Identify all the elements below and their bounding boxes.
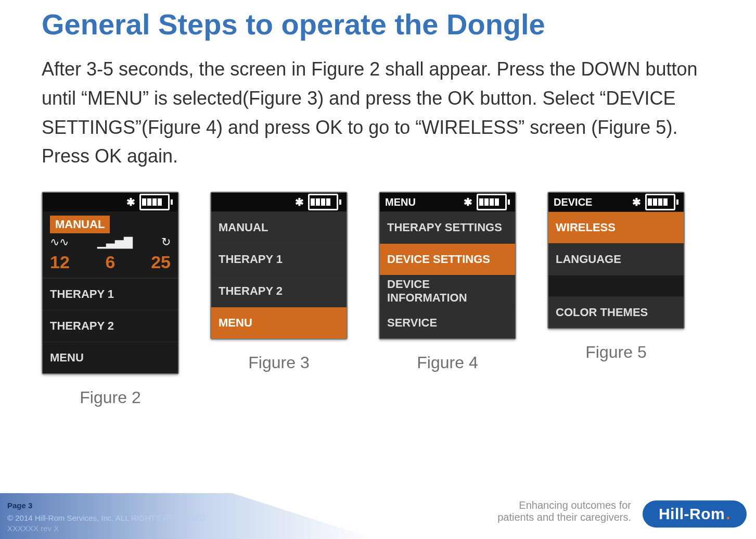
- tagline-line2: patients and their caregivers.: [497, 511, 631, 523]
- figure-caption: Figure 3: [248, 353, 309, 372]
- copyright-text: © 2014 Hill-Rom Services, Inc. ALL RIGHT…: [7, 513, 206, 522]
- page-number: Page 3: [7, 501, 32, 510]
- timer-icon: ↻: [161, 235, 171, 249]
- device-screen-3: ✱ MANUAL THERAPY 1 THERAPY 2 MENU: [210, 192, 348, 340]
- list-item-selected: MENU: [211, 307, 347, 339]
- figure-2: ✱ MANUAL ∿∿ ▁▃▅▇ ↻ 12 6 25 THERAPY 1 THE…: [42, 192, 179, 407]
- waveform-icon: ∿∿: [50, 235, 69, 249]
- body-paragraph: After 3-5 seconds, the screen in Figure …: [42, 55, 714, 171]
- logo-text: Hill-Rom: [659, 505, 725, 523]
- bluetooth-icon: ✱: [295, 196, 304, 208]
- list-spacer: [548, 275, 684, 296]
- list-item: THERAPY 2: [211, 275, 347, 307]
- list-item: SERVICE: [380, 307, 515, 339]
- manual-panel: MANUAL ∿∿ ▁▃▅▇ ↻ 12 6 25: [43, 211, 178, 278]
- figure-4: MENU ✱ THERAPY SETTINGS DEVICE SETTINGS …: [379, 192, 516, 372]
- status-bar: DEVICE ✱: [548, 193, 684, 211]
- figures-row: ✱ MANUAL ∿∿ ▁▃▅▇ ↻ 12 6 25 THERAPY 1 THE…: [42, 192, 756, 407]
- list-item: DEVICE INFORMATION: [380, 275, 515, 307]
- manual-label: MANUAL: [50, 216, 110, 233]
- page-footer: Page 3 © 2014 Hill-Rom Services, Inc. AL…: [0, 487, 756, 539]
- figure-caption: Figure 2: [80, 388, 140, 407]
- figure-3: ✱ MANUAL THERAPY 1 THERAPY 2 MENU Figure…: [210, 192, 348, 372]
- signal-icon: ▁▃▅▇: [97, 235, 133, 249]
- device-screen-5: DEVICE ✱ WIRELESS LANGUAGE COLOR THEMES: [547, 192, 685, 329]
- list-item: THERAPY 1: [211, 243, 347, 275]
- hill-rom-logo: Hill-Rom.: [643, 500, 747, 528]
- list-item-selected: DEVICE SETTINGS: [380, 243, 515, 275]
- list-item: THERAPY SETTINGS: [380, 211, 515, 243]
- figure-caption: Figure 4: [417, 353, 478, 372]
- bluetooth-icon: ✱: [632, 196, 641, 208]
- list-item: THERAPY 2: [43, 310, 178, 342]
- list-item: COLOR THEMES: [548, 296, 684, 328]
- battery-icon: [139, 194, 173, 210]
- status-bar: MENU ✱: [380, 193, 515, 211]
- battery-icon: [477, 194, 510, 210]
- bluetooth-icon: ✱: [464, 196, 472, 208]
- battery-icon: [645, 194, 678, 210]
- status-title: DEVICE: [554, 196, 592, 208]
- tagline: Enhancing outcomes for patients and thei…: [497, 499, 631, 523]
- status-bar: ✱: [43, 193, 178, 211]
- status-bar: ✱: [211, 193, 347, 211]
- list-item: LANGUAGE: [548, 243, 684, 275]
- figure-caption: Figure 5: [585, 343, 646, 362]
- value-c: 25: [151, 252, 171, 272]
- list-item: MANUAL: [211, 211, 347, 243]
- tagline-line1: Enhancing outcomes for: [497, 499, 631, 511]
- bluetooth-icon: ✱: [126, 196, 135, 208]
- list-item: MENU: [43, 342, 178, 373]
- logo-dot-icon: .: [726, 505, 731, 523]
- device-screen-2: ✱ MANUAL ∿∿ ▁▃▅▇ ↻ 12 6 25 THERAPY 1 THE…: [42, 192, 179, 374]
- page-title: General Steps to operate the Dongle: [42, 7, 756, 41]
- device-screen-4: MENU ✱ THERAPY SETTINGS DEVICE SETTINGS …: [379, 192, 516, 340]
- list-item: THERAPY 1: [43, 278, 178, 310]
- battery-icon: [308, 194, 341, 210]
- value-b: 6: [106, 252, 116, 272]
- figure-5: DEVICE ✱ WIRELESS LANGUAGE COLOR THEMES …: [547, 192, 685, 362]
- revision-text: XXXXXX rev X: [7, 524, 59, 533]
- status-title: MENU: [385, 196, 416, 208]
- list-item-selected: WIRELESS: [548, 211, 684, 243]
- value-a: 12: [50, 252, 70, 272]
